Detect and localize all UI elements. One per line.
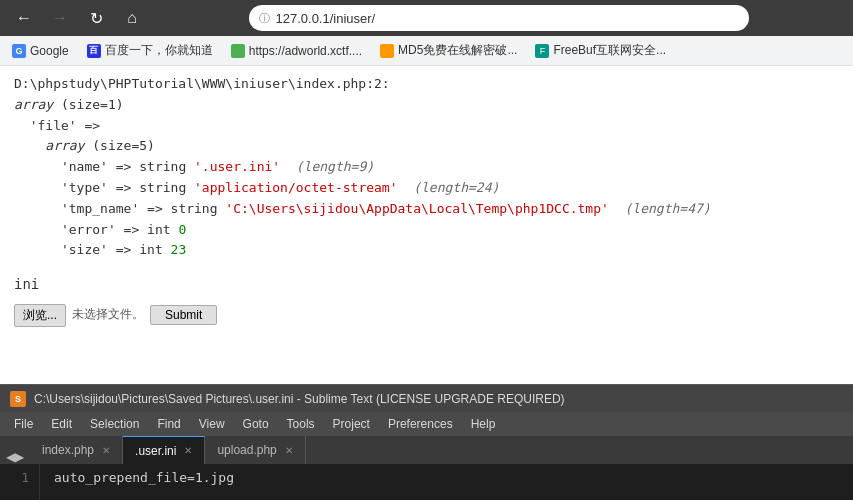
sublime-titlebar: S C:\Users\sijidou\Pictures\Saved Pictur… xyxy=(0,384,853,412)
ini-label: ini xyxy=(14,273,839,295)
bookmark-md5[interactable]: MD5免费在线解密破... xyxy=(376,40,521,61)
bookmark-baidu-label: 百度一下，你就知道 xyxy=(105,42,213,59)
back-button[interactable]: ← xyxy=(10,4,38,32)
code-line6: 'tmp_name' => string 'C:\Users\sijidou\A… xyxy=(14,199,839,220)
sublime-title: C:\Users\sijidou\Pictures\Saved Pictures… xyxy=(34,392,565,406)
tab-upload-php-label: upload.php xyxy=(217,443,276,457)
line-number-1: 1 xyxy=(21,470,29,485)
menu-find[interactable]: Find xyxy=(149,415,188,433)
bookmarks-bar: G Google 百 百度一下，你就知道 https://adworld.xct… xyxy=(0,36,853,66)
bookmark-google[interactable]: G Google xyxy=(8,42,73,60)
browser-content: D:\phpstudy\PHPTutorial\WWW\iniuser\inde… xyxy=(0,66,853,384)
menu-help[interactable]: Help xyxy=(463,415,504,433)
sublime-editor: 1 auto_prepend_file=1.jpg xyxy=(0,464,853,500)
code-line3: array (size=5) xyxy=(14,136,839,157)
menu-goto[interactable]: Goto xyxy=(235,415,277,433)
submit-button[interactable]: Submit xyxy=(150,305,217,325)
home-button[interactable]: ⌂ xyxy=(118,4,146,32)
tab-upload-php-close[interactable]: ✕ xyxy=(285,445,293,456)
editor-content[interactable]: auto_prepend_file=1.jpg xyxy=(40,464,853,500)
menu-project[interactable]: Project xyxy=(325,415,378,433)
tab-user-ini-label: .user.ini xyxy=(135,444,176,458)
code-line5: 'type' => string 'application/octet-stre… xyxy=(14,178,839,199)
google-favicon: G xyxy=(12,44,26,58)
tab-user-ini[interactable]: .user.ini ✕ xyxy=(123,436,205,464)
no-file-text: 未选择文件。 xyxy=(72,305,144,324)
code-path: D:\phpstudy\PHPTutorial\WWW\iniuser\inde… xyxy=(14,74,839,95)
forward-button[interactable]: → xyxy=(46,4,74,32)
tab-upload-php[interactable]: upload.php ✕ xyxy=(205,436,305,464)
bookmark-baidu[interactable]: 百 百度一下，你就知道 xyxy=(83,40,217,61)
bookmark-adworld[interactable]: https://adworld.xctf.... xyxy=(227,42,366,60)
bookmark-adworld-label: https://adworld.xctf.... xyxy=(249,44,362,58)
sublime-tabs-container: ◀ ▶ index.php ✕ .user.ini ✕ upload.php ✕ xyxy=(0,436,853,464)
freebuf-favicon: F xyxy=(535,44,549,58)
address-bar[interactable]: ⓘ 127.0.0.1/iniuser/ xyxy=(249,5,749,31)
code-line1: array (size=1) xyxy=(14,95,839,116)
lock-icon: ⓘ xyxy=(259,11,270,26)
tab-left-arrow[interactable]: ◀ xyxy=(6,450,15,464)
browse-button[interactable]: 浏览... xyxy=(14,304,66,327)
browser-chrome: ← → ↻ ⌂ ⓘ 127.0.0.1/iniuser/ xyxy=(0,0,853,36)
file-input-row: 浏览... 未选择文件。 Submit xyxy=(14,304,839,327)
menu-edit[interactable]: Edit xyxy=(43,415,80,433)
menu-selection[interactable]: Selection xyxy=(82,415,147,433)
tab-right-arrow[interactable]: ▶ xyxy=(15,450,24,464)
baidu-favicon: 百 xyxy=(87,44,101,58)
code-line4: 'name' => string '.user.ini' (length=9) xyxy=(14,157,839,178)
adworld-favicon xyxy=(231,44,245,58)
reload-button[interactable]: ↻ xyxy=(82,4,110,32)
menu-file[interactable]: File xyxy=(6,415,41,433)
tab-index-php-label: index.php xyxy=(42,443,94,457)
bookmark-freebuf-label: FreeBuf互联网安全... xyxy=(553,42,666,59)
md5-favicon xyxy=(380,44,394,58)
code-line7: 'error' => int 0 xyxy=(14,220,839,241)
code-line2: 'file' => xyxy=(14,116,839,137)
menu-preferences[interactable]: Preferences xyxy=(380,415,461,433)
line-numbers: 1 xyxy=(0,464,40,500)
url-text: 127.0.0.1/iniuser/ xyxy=(276,11,376,26)
code-line8: 'size' => int 23 xyxy=(14,240,839,261)
menu-view[interactable]: View xyxy=(191,415,233,433)
tab-index-php[interactable]: index.php ✕ xyxy=(30,436,123,464)
editor-code: auto_prepend_file=1.jpg xyxy=(54,470,234,485)
menu-tools[interactable]: Tools xyxy=(279,415,323,433)
tab-nav-arrows: ◀ ▶ xyxy=(0,450,30,464)
bookmark-md5-label: MD5免费在线解密破... xyxy=(398,42,517,59)
sublime-menu: File Edit Selection Find View Goto Tools… xyxy=(0,412,853,436)
bookmark-freebuf[interactable]: F FreeBuf互联网安全... xyxy=(531,40,670,61)
tab-user-ini-close[interactable]: ✕ xyxy=(184,445,192,456)
tab-index-php-close[interactable]: ✕ xyxy=(102,445,110,456)
sublime-icon: S xyxy=(10,391,26,407)
bookmark-google-label: Google xyxy=(30,44,69,58)
